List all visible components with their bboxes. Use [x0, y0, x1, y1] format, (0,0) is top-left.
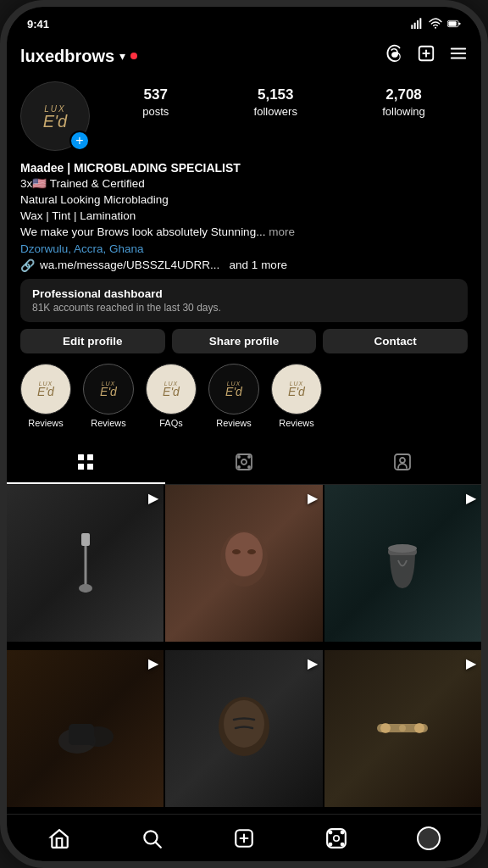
grid-cell-inner-6 — [324, 650, 481, 807]
grid-cell-3[interactable]: ▶ — [324, 485, 481, 642]
nav-search-button[interactable] — [131, 818, 172, 859]
posts-stat[interactable]: 537 posts — [142, 86, 169, 119]
svg-point-30 — [225, 532, 263, 576]
home-icon — [48, 827, 70, 849]
svg-rect-14 — [78, 454, 84, 460]
status-bar: 9:41 — [7, 7, 481, 41]
professional-dashboard[interactable]: Professional dashboard 81K accounts reac… — [20, 279, 468, 322]
highlight-circle-3: LUX E'd — [146, 364, 197, 415]
scrollable-content: luxedbrows ▾ — [7, 41, 481, 814]
svg-point-19 — [241, 459, 247, 465]
reel-indicator-6: ▶ — [466, 655, 476, 671]
svg-rect-3 — [419, 18, 421, 29]
svg-rect-7 — [458, 23, 460, 25]
phone-frame: 9:41 — [0, 0, 488, 868]
svg-rect-17 — [87, 464, 93, 470]
highlight-circle-4: LUX E'd — [208, 364, 259, 415]
post-visual-5 — [210, 694, 278, 762]
post-visual-2 — [210, 525, 278, 601]
svg-rect-6 — [448, 21, 456, 25]
tab-tagged[interactable] — [323, 442, 481, 484]
highlight-logo-1: LUX E'd — [37, 381, 54, 398]
post-visual-3 — [377, 533, 428, 593]
highlight-logo-4: LUX E'd — [225, 381, 242, 398]
grid-cell-5[interactable]: ▶ — [165, 650, 322, 807]
threads-icon[interactable] — [385, 44, 403, 68]
svg-rect-15 — [87, 454, 93, 460]
reels-icon — [234, 452, 254, 472]
link-icon: 🔗 — [20, 259, 35, 272]
grid-cell-1[interactable]: ▶ — [7, 485, 164, 642]
contact-button[interactable]: Contact — [323, 329, 468, 353]
grid-cell-inner-2 — [165, 485, 322, 642]
highlight-label-4: Reviews — [216, 418, 252, 428]
add-icon — [233, 827, 255, 849]
reels-nav-icon — [325, 827, 347, 849]
svg-point-50 — [334, 835, 340, 841]
highlight-circle-1: LUX E'd — [20, 364, 71, 415]
reel-indicator-2: ▶ — [308, 490, 318, 506]
signal-icon — [410, 17, 424, 31]
highlight-logo-2: LUX E'd — [100, 381, 117, 398]
svg-rect-28 — [81, 533, 90, 546]
menu-icon[interactable] — [449, 44, 468, 68]
post-visual-1 — [60, 529, 111, 597]
highlight-item-2[interactable]: LUX E'd Reviews — [83, 364, 134, 428]
highlight-item-4[interactable]: LUX E'd Reviews — [208, 364, 259, 428]
grid-icon — [75, 452, 96, 472]
bio-location[interactable]: Dzorwulu, Accra, Ghana — [20, 242, 468, 255]
followers-stat[interactable]: 5,153 followers — [254, 86, 297, 119]
tab-grid[interactable] — [7, 442, 165, 484]
nav-add-button[interactable] — [224, 818, 264, 859]
chevron-down-icon[interactable]: ▾ — [119, 49, 125, 63]
svg-rect-24 — [395, 454, 410, 470]
nav-reels-button[interactable] — [316, 818, 357, 859]
bio-link-row: 🔗 wa.me/message/UBSSZL4UDRR... and 1 mor… — [20, 259, 468, 272]
posts-grid: ▶ ▶ — [7, 485, 481, 814]
svg-point-32 — [247, 549, 256, 554]
edit-profile-button[interactable]: Edit profile — [20, 329, 165, 353]
nav-profile-button[interactable] — [408, 818, 449, 859]
bio-line-3: Wax | Tint | Lamination — [20, 209, 468, 225]
notification-dot — [130, 53, 137, 59]
following-stat[interactable]: 2,708 following — [382, 86, 425, 119]
bio-more[interactable]: more — [269, 225, 295, 238]
svg-point-4 — [435, 27, 436, 29]
highlights-row: LUX E'd Reviews LUX E'd — [20, 364, 468, 431]
profile-top: LUX E'd + 537 posts 5,153 f — [20, 81, 468, 151]
username-row: luxedbrows ▾ — [20, 47, 137, 66]
tab-reels[interactable] — [165, 442, 324, 484]
svg-point-51 — [329, 831, 331, 833]
svg-point-54 — [341, 843, 344, 845]
tagged-icon — [392, 452, 413, 472]
action-buttons: Edit profile Share profile Contact — [20, 329, 468, 353]
bottom-nav — [7, 814, 481, 861]
svg-point-39 — [224, 700, 264, 748]
grid-cell-inner-1 — [7, 485, 164, 642]
post-visual-6 — [369, 694, 436, 762]
svg-point-21 — [248, 456, 250, 458]
highlight-item-5[interactable]: LUX E'd Reviews — [271, 364, 322, 428]
grid-cell-2[interactable]: ▶ — [165, 485, 322, 642]
grid-cell-4[interactable]: ▶ — [7, 650, 164, 807]
svg-point-52 — [341, 831, 344, 833]
following-count: 2,708 — [382, 86, 425, 103]
grid-cell-6[interactable]: ▶ — [324, 650, 481, 807]
share-profile-button[interactable]: Share profile — [172, 329, 317, 353]
highlight-item-1[interactable]: LUX E'd Reviews — [20, 364, 71, 428]
reel-indicator-4: ▶ — [148, 655, 158, 671]
nav-home-button[interactable] — [39, 818, 80, 859]
svg-point-43 — [414, 723, 424, 733]
highlight-item-3[interactable]: LUX E'd FAQs — [146, 364, 197, 428]
svg-point-34 — [388, 544, 417, 553]
add-post-icon[interactable] — [417, 44, 435, 68]
highlight-label-1: Reviews — [28, 418, 64, 428]
bio-link-text[interactable]: wa.me/message/UBSSZL4UDRR... and 1 more — [40, 259, 287, 271]
followers-label: followers — [254, 105, 297, 118]
wifi-icon — [429, 17, 442, 31]
post-visual-4 — [52, 698, 119, 758]
reel-indicator-1: ▶ — [148, 490, 158, 506]
highlight-logo-5: LUX E'd — [288, 381, 305, 398]
add-story-button[interactable]: + — [69, 131, 90, 151]
svg-point-23 — [248, 466, 250, 468]
